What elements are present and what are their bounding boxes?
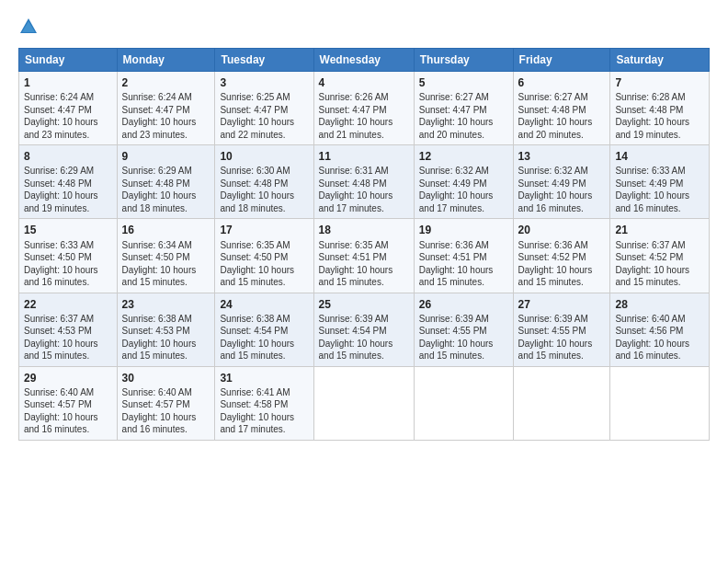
cell-info: Sunrise: 6:27 AM xyxy=(419,91,508,104)
day-header-wednesday: Wednesday xyxy=(313,49,414,72)
cell-info: Sunset: 4:48 PM xyxy=(24,178,112,190)
cell-info: Sunset: 4:49 PM xyxy=(615,178,704,190)
cell-info: Daylight: 10 hours and 22 minutes. xyxy=(220,116,308,141)
calendar-week-row: 1Sunrise: 6:24 AMSunset: 4:47 PMDaylight… xyxy=(19,72,710,145)
day-number: 5 xyxy=(419,75,508,90)
calendar-cell: 26Sunrise: 6:39 AMSunset: 4:55 PMDayligh… xyxy=(414,293,513,366)
page: SundayMondayTuesdayWednesdayThursdayFrid… xyxy=(0,0,728,563)
cell-info: Sunset: 4:50 PM xyxy=(24,251,112,264)
cell-info: Daylight: 10 hours and 16 minutes. xyxy=(615,190,704,214)
calendar-cell: 16Sunrise: 6:34 AMSunset: 4:50 PMDayligh… xyxy=(117,219,215,293)
calendar-cell: 20Sunrise: 6:36 AMSunset: 4:52 PMDayligh… xyxy=(513,219,610,293)
day-number: 4 xyxy=(319,75,409,90)
calendar-cell: 30Sunrise: 6:40 AMSunset: 4:57 PMDayligh… xyxy=(117,366,215,440)
cell-info: Sunrise: 6:26 AM xyxy=(319,91,409,104)
day-number: 24 xyxy=(220,297,308,312)
cell-info: Daylight: 10 hours and 18 minutes. xyxy=(220,190,308,214)
cell-info: Sunrise: 6:29 AM xyxy=(24,165,112,178)
calendar-cell: 29Sunrise: 6:40 AMSunset: 4:57 PMDayligh… xyxy=(19,366,118,440)
day-number: 6 xyxy=(518,75,606,90)
cell-info: Sunset: 4:49 PM xyxy=(419,178,508,190)
cell-info: Sunrise: 6:24 AM xyxy=(24,91,112,104)
calendar-cell: 4Sunrise: 6:26 AMSunset: 4:47 PMDaylight… xyxy=(313,72,414,145)
day-number: 29 xyxy=(24,371,112,385)
day-number: 11 xyxy=(319,149,409,164)
cell-info: Sunset: 4:51 PM xyxy=(419,251,508,264)
cell-info: Daylight: 10 hours and 20 minutes. xyxy=(419,116,508,141)
cell-info: Daylight: 10 hours and 17 minutes. xyxy=(319,190,409,214)
calendar-cell: 17Sunrise: 6:35 AMSunset: 4:50 PMDayligh… xyxy=(215,219,313,293)
cell-info: Sunrise: 6:34 AM xyxy=(122,239,210,252)
cell-info: Sunset: 4:48 PM xyxy=(220,178,308,190)
cell-info: Daylight: 10 hours and 18 minutes. xyxy=(122,190,210,214)
calendar-cell: 25Sunrise: 6:39 AMSunset: 4:54 PMDayligh… xyxy=(313,293,414,366)
calendar-cell: 5Sunrise: 6:27 AMSunset: 4:47 PMDaylight… xyxy=(414,72,513,145)
cell-info: Sunrise: 6:36 AM xyxy=(518,239,606,252)
calendar-cell xyxy=(414,366,513,440)
cell-info: Sunrise: 6:32 AM xyxy=(419,165,508,178)
cell-info: Sunrise: 6:28 AM xyxy=(615,91,704,104)
cell-info: Sunrise: 6:35 AM xyxy=(220,239,308,252)
cell-info: Sunrise: 6:40 AM xyxy=(24,386,112,399)
cell-info: Sunset: 4:53 PM xyxy=(24,325,112,338)
cell-info: Sunrise: 6:38 AM xyxy=(122,313,210,326)
cell-info: Sunset: 4:54 PM xyxy=(319,325,409,338)
cell-info: Sunrise: 6:38 AM xyxy=(220,313,308,326)
calendar-cell: 11Sunrise: 6:31 AMSunset: 4:48 PMDayligh… xyxy=(313,145,414,219)
day-number: 28 xyxy=(615,297,704,312)
cell-info: Daylight: 10 hours and 19 minutes. xyxy=(615,116,704,141)
cell-info: Sunrise: 6:39 AM xyxy=(419,313,508,326)
cell-info: Daylight: 10 hours and 15 minutes. xyxy=(419,264,508,289)
header xyxy=(18,15,710,37)
cell-info: Sunrise: 6:33 AM xyxy=(24,239,112,252)
calendar-cell: 13Sunrise: 6:32 AMSunset: 4:49 PMDayligh… xyxy=(513,145,610,219)
calendar-cell: 12Sunrise: 6:32 AMSunset: 4:49 PMDayligh… xyxy=(414,145,513,219)
calendar-cell xyxy=(610,366,710,440)
calendar-week-row: 15Sunrise: 6:33 AMSunset: 4:50 PMDayligh… xyxy=(19,219,710,293)
calendar-header-row: SundayMondayTuesdayWednesdayThursdayFrid… xyxy=(19,49,710,72)
cell-info: Sunset: 4:52 PM xyxy=(518,251,606,264)
calendar-cell: 18Sunrise: 6:35 AMSunset: 4:51 PMDayligh… xyxy=(313,219,414,293)
day-header-sunday: Sunday xyxy=(19,49,118,72)
day-number: 22 xyxy=(24,297,112,312)
day-number: 23 xyxy=(122,297,210,312)
day-header-monday: Monday xyxy=(117,49,215,72)
cell-info: Daylight: 10 hours and 16 minutes. xyxy=(518,190,606,214)
cell-info: Sunset: 4:47 PM xyxy=(122,104,210,117)
day-number: 16 xyxy=(122,223,210,237)
cell-info: Daylight: 10 hours and 15 minutes. xyxy=(220,264,308,289)
calendar-cell: 27Sunrise: 6:39 AMSunset: 4:55 PMDayligh… xyxy=(513,293,610,366)
day-header-friday: Friday xyxy=(513,49,610,72)
cell-info: Daylight: 10 hours and 16 minutes. xyxy=(122,411,210,436)
cell-info: Sunset: 4:51 PM xyxy=(319,251,409,264)
cell-info: Sunrise: 6:24 AM xyxy=(122,91,210,104)
cell-info: Sunrise: 6:29 AM xyxy=(122,165,210,178)
cell-info: Sunset: 4:52 PM xyxy=(615,251,704,264)
cell-info: Daylight: 10 hours and 16 minutes. xyxy=(24,264,112,289)
cell-info: Sunset: 4:55 PM xyxy=(518,325,606,338)
cell-info: Sunset: 4:49 PM xyxy=(518,178,606,190)
calendar-cell: 14Sunrise: 6:33 AMSunset: 4:49 PMDayligh… xyxy=(610,145,710,219)
calendar-cell: 19Sunrise: 6:36 AMSunset: 4:51 PMDayligh… xyxy=(414,219,513,293)
calendar-cell: 6Sunrise: 6:27 AMSunset: 4:48 PMDaylight… xyxy=(513,72,610,145)
cell-info: Sunset: 4:50 PM xyxy=(220,251,308,264)
day-number: 20 xyxy=(518,223,606,237)
calendar-cell: 23Sunrise: 6:38 AMSunset: 4:53 PMDayligh… xyxy=(117,293,215,366)
cell-info: Sunset: 4:58 PM xyxy=(220,398,308,411)
cell-info: Sunrise: 6:27 AM xyxy=(518,91,606,104)
cell-info: Sunrise: 6:39 AM xyxy=(518,313,606,326)
day-number: 30 xyxy=(122,371,210,385)
day-number: 21 xyxy=(615,223,704,237)
calendar-cell: 21Sunrise: 6:37 AMSunset: 4:52 PMDayligh… xyxy=(610,219,710,293)
cell-info: Sunset: 4:57 PM xyxy=(122,398,210,411)
calendar-week-row: 8Sunrise: 6:29 AMSunset: 4:48 PMDaylight… xyxy=(19,145,710,219)
day-number: 13 xyxy=(518,149,606,164)
cell-info: Sunset: 4:57 PM xyxy=(24,398,112,411)
cell-info: Sunset: 4:54 PM xyxy=(220,325,308,338)
cell-info: Sunrise: 6:39 AM xyxy=(319,313,409,326)
cell-info: Sunset: 4:47 PM xyxy=(419,104,508,117)
calendar-table: SundayMondayTuesdayWednesdayThursdayFrid… xyxy=(18,48,710,441)
calendar-cell: 28Sunrise: 6:40 AMSunset: 4:56 PMDayligh… xyxy=(610,293,710,366)
cell-info: Sunset: 4:47 PM xyxy=(319,104,409,117)
cell-info: Daylight: 10 hours and 19 minutes. xyxy=(24,190,112,214)
